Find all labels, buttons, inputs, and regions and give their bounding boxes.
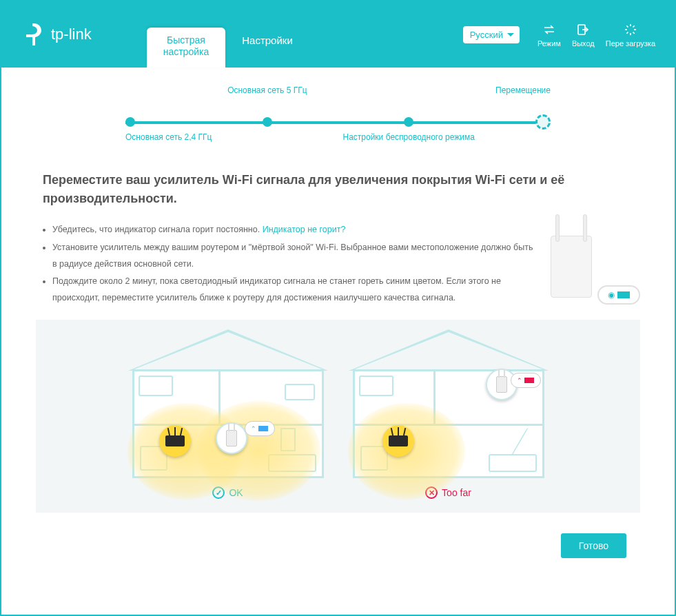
wifi-icon: ◉ (608, 290, 615, 300)
svg-line-7 (626, 32, 628, 33)
extender-icon (216, 422, 247, 454)
setup-stepper: Основная сеть 2,4 ГГц Основная сеть 5 ГГ… (125, 102, 551, 130)
wifi-icon: ⌃ (517, 377, 522, 384)
house-ok: ⌃ ✓OK (128, 333, 328, 499)
main-tabs: Быстрая настройка Настройки (147, 28, 309, 68)
instruction-item: Убедитесь, что индикатор сигнала горит п… (52, 222, 537, 238)
signal-good-badge: ⌃ (245, 421, 275, 436)
svg-line-8 (633, 25, 634, 27)
exit-icon (575, 22, 591, 37)
instruction-list: Убедитесь, что индикатор сигнала горит п… (36, 222, 537, 311)
brand-text: tp-link (51, 25, 92, 43)
content-area: Основная сеть 2,4 ГГц Основная сеть 5 ГГ… (1, 68, 675, 572)
tab-quick-setup[interactable]: Быстрая настройка (147, 28, 226, 68)
extender-illustration: ◉ (544, 222, 640, 311)
mode-button[interactable]: Режим (537, 22, 561, 48)
svg-line-5 (626, 25, 628, 27)
instruction-item: Установите усилитель между вашим роутеро… (52, 240, 537, 273)
house-too-far: ⌃ ✕Too far (349, 333, 549, 499)
svg-line-6 (633, 32, 634, 33)
wifi-icon: ⌃ (251, 425, 256, 432)
app-header: tp-link Быстрая настройка Настройки Русс… (1, 1, 675, 68)
step-4: Перемещение (550, 102, 551, 130)
footer-actions: Готово (36, 521, 640, 572)
router-icon (159, 425, 191, 457)
page-title: Переместите ваш усилитель Wi-Fi сигнала … (43, 171, 633, 208)
exit-button[interactable]: Выход (572, 22, 595, 48)
language-select[interactable]: Русский (463, 26, 520, 43)
reload-button[interactable]: Пере загрузка (606, 22, 655, 48)
step-2: Основная сеть 5 ГГц (267, 102, 267, 130)
signal-bad-badge: ⌃ (511, 373, 541, 388)
placement-diagram: ⌃ ✓OK ⌃ ✕Too (36, 320, 640, 513)
reload-icon (623, 22, 638, 37)
mode-icon (542, 22, 557, 37)
signal-badge: ◉ (597, 285, 640, 305)
step-1: Основная сеть 2,4 ГГц (125, 102, 126, 130)
brand-logo: tp-link (22, 22, 92, 47)
router-icon (382, 425, 414, 457)
step-3: Настройки беспроводного режима (409, 102, 409, 130)
instruction-item: Подождите около 2 минут, пока светодиодн… (52, 274, 537, 307)
tab-settings[interactable]: Настройки (225, 28, 309, 68)
indicator-help-link[interactable]: Индикатор не горит? (263, 225, 346, 234)
done-button[interactable]: Готово (561, 533, 626, 558)
tplink-logo-icon (22, 22, 47, 47)
